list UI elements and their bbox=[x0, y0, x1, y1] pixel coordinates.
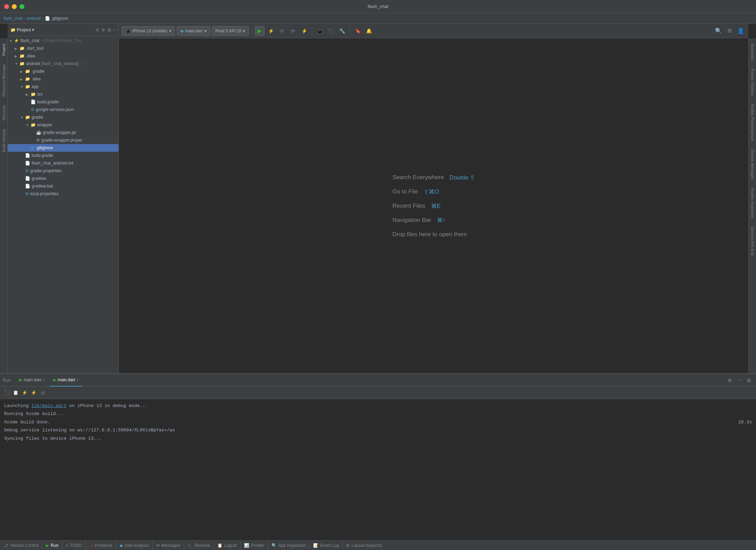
hint-search-label: Search Everywhere bbox=[392, 174, 444, 181]
run-grid-icon[interactable]: ⊞ bbox=[745, 376, 753, 384]
run-panel: Run: ▶ main.dart × ▶ main.dart × ⚙ − ⊞ ⬛ bbox=[0, 373, 756, 540]
close-button[interactable] bbox=[4, 4, 9, 9]
status-problems[interactable]: ⚠ Problems bbox=[86, 541, 116, 550]
status-messages[interactable]: ✉ Messages bbox=[153, 541, 184, 550]
console-link-main-dart[interactable]: lib/main.dart bbox=[31, 403, 66, 408]
sidebar-header-title: 📁 Project ▾ bbox=[10, 27, 34, 32]
tree-item-google-services[interactable]: ⚙ google-services.json bbox=[8, 106, 119, 113]
tree-item-gradle-folder[interactable]: ▼ 📁 gradle bbox=[8, 113, 119, 121]
account-button[interactable]: 👤 bbox=[736, 26, 746, 36]
console-line-3: Xcode build done. 18.3s bbox=[4, 418, 752, 426]
title-bar: flash_chat bbox=[0, 0, 756, 13]
sidebar-icon-horizontal[interactable]: ⚟ bbox=[95, 27, 100, 33]
tree-item-gradle-wrapper-prop[interactable]: ⚙ gradle-wrapper.proper bbox=[8, 136, 119, 144]
run-tab-2-close[interactable]: × bbox=[76, 378, 79, 382]
run-tab-1-close[interactable]: × bbox=[42, 378, 44, 382]
restart-button[interactable]: ⟳ bbox=[288, 26, 298, 36]
status-profiler[interactable]: 📊 Profiler bbox=[241, 541, 268, 550]
tree-item-flash-chat[interactable]: ▼ ⚡ flash_chat ~/Projects/Flutter_Pro bbox=[8, 37, 119, 45]
run-collapse-icon[interactable]: − bbox=[735, 376, 743, 384]
console-icon[interactable]: 📋 bbox=[12, 389, 19, 397]
tree-item-wrapper[interactable]: ▼ 📁 wrapper bbox=[8, 121, 119, 129]
file-tab[interactable]: ◆ main.dart ▾ bbox=[177, 26, 210, 36]
tree-item-idea-android[interactable]: ▶ 📁 .idea bbox=[8, 75, 119, 83]
tree-item-gradle-wrapper-jar[interactable]: ☕ gradle-wrapper.jar bbox=[8, 129, 119, 136]
right-tab-flutter-inspector[interactable]: Flutter Inspector bbox=[750, 184, 755, 223]
status-todo[interactable]: ≡ TODO bbox=[62, 541, 86, 550]
tree-item-build-gradle-app[interactable]: 📄 build.gradle bbox=[8, 98, 119, 106]
status-app-inspection[interactable]: 🔍 App Inspection bbox=[268, 541, 310, 550]
run-button[interactable]: ▶ bbox=[255, 26, 265, 36]
run-filter-icon[interactable]: ◎ bbox=[39, 389, 47, 397]
tree-item-build-gradle-root[interactable]: 📄 build.gradle bbox=[8, 152, 119, 159]
console-line-5: Syncing files to device iPhone 13... bbox=[4, 435, 752, 443]
device-selector[interactable]: 📱 iPhone 13 (mobile) ▾ bbox=[122, 26, 175, 36]
run-tab-main-dart-2[interactable]: ▶ main.dart × bbox=[50, 374, 82, 386]
status-layout-inspector[interactable]: ⊞ Layout Inspector bbox=[343, 541, 386, 550]
hint-recent-files: Recent Files ⌘E bbox=[392, 202, 475, 210]
tree-item-gradlew[interactable]: 📄 gradlew bbox=[8, 175, 119, 182]
sidebar-icon-vertical[interactable]: ⚞ bbox=[101, 27, 106, 33]
left-tab-structure[interactable]: Structure bbox=[1, 101, 7, 125]
status-logcat[interactable]: 📋 Logcat bbox=[214, 541, 241, 550]
tree-item-gitignore[interactable]: ⚙ .gitignore bbox=[8, 144, 119, 152]
run-tabs-bar: Run: ▶ main.dart × ▶ main.dart × ⚙ − ⊞ bbox=[0, 374, 756, 386]
left-tab-project[interactable]: Project bbox=[1, 40, 7, 60]
app-inspection-icon: 🔍 bbox=[271, 543, 277, 548]
status-dart-analysis[interactable]: ◆ Dart Analysis bbox=[116, 541, 153, 550]
git-icon: ⎇ bbox=[3, 543, 8, 548]
tree-item-src[interactable]: ▶ 📁 src bbox=[8, 90, 119, 98]
run-settings-icon[interactable]: ⚙ bbox=[725, 376, 734, 384]
run-lightning-1[interactable]: ⚡ bbox=[21, 389, 29, 397]
dart-analysis-icon: ◆ bbox=[120, 543, 123, 548]
breadcrumb-project[interactable]: flash_chat bbox=[3, 16, 23, 21]
run-lightning-2[interactable]: ⚡ bbox=[30, 389, 38, 397]
tree-item-gradle-properties[interactable]: ⚙ gradle.properties bbox=[8, 167, 119, 175]
left-tab-build-variants[interactable]: Build Variants bbox=[1, 125, 7, 156]
hint-recent-key: ⌘E bbox=[431, 202, 441, 210]
run-tab-main-dart-1[interactable]: ▶ main.dart × bbox=[16, 374, 48, 386]
right-tab-emulator[interactable]: Emulator bbox=[750, 40, 755, 65]
emulator-selector[interactable]: Pixel 5 API 28 ▾ bbox=[212, 26, 249, 36]
right-tab-flutter-outline[interactable]: Flutter Outline bbox=[750, 65, 755, 100]
sidebar-icon-settings[interactable]: ⚙ bbox=[107, 27, 112, 33]
right-tab-device-manager[interactable]: Device Manager bbox=[750, 145, 755, 184]
profile-button[interactable]: ⚡ bbox=[266, 26, 276, 36]
tree-item-flash-chat-iml[interactable]: 📄 flash_chat_android.iml bbox=[8, 159, 119, 167]
tree-item-gradle-dir[interactable]: ▶ 📁 .gradle bbox=[8, 67, 119, 75]
settings-button[interactable]: ⚙ bbox=[725, 26, 734, 36]
status-event-log[interactable]: 📝 Event Log bbox=[310, 541, 343, 550]
stop-button[interactable]: ⬛ bbox=[326, 26, 336, 36]
console-output: Launching lib/main.dart on iPhone 13 in … bbox=[0, 399, 756, 540]
tree-item-local-properties[interactable]: ⚙ local.properties bbox=[8, 190, 119, 198]
tree-item-android[interactable]: ▼ 📁 android [flash_chat_android] — bbox=[8, 60, 119, 67]
minimize-button[interactable] bbox=[12, 4, 17, 9]
left-tab-resource-manager[interactable]: Resource Manager bbox=[1, 60, 7, 101]
maximize-button[interactable] bbox=[19, 4, 24, 9]
status-run[interactable]: ▶ Run bbox=[42, 541, 62, 550]
right-tab-device-file-exp[interactable]: Device File Exp bbox=[750, 223, 755, 260]
search-button[interactable]: 🔍 bbox=[714, 26, 723, 36]
hot-reload-button[interactable]: ↺ bbox=[277, 26, 287, 36]
breadcrumb-android[interactable]: android bbox=[27, 16, 41, 21]
window-controls bbox=[4, 4, 24, 9]
messages-icon: ✉ bbox=[156, 543, 160, 548]
status-version-control[interactable]: ⎇ Version Control bbox=[0, 541, 42, 550]
bookmark-button[interactable]: 🔖 bbox=[353, 26, 363, 36]
tree-item-app[interactable]: ▼ 📁 app bbox=[8, 83, 119, 90]
breadcrumb-sep1: › bbox=[24, 16, 25, 21]
notification-button[interactable]: 🔔 bbox=[364, 26, 374, 36]
editor-hints-container: Search Everywhere Double ⇧ Go to File ⇧⌘… bbox=[392, 174, 475, 238]
lightning-button[interactable]: ⚡ bbox=[299, 26, 309, 36]
terminal-icon: >_ bbox=[188, 543, 193, 548]
right-tab-flutter-performance[interactable]: Flutter Performance bbox=[750, 100, 755, 145]
device-button[interactable]: 📱 bbox=[315, 26, 325, 36]
status-bar: ⎇ Version Control ▶ Run ≡ TODO ⚠ Problem… bbox=[0, 540, 756, 550]
sidebar-icon-close[interactable]: − bbox=[113, 27, 116, 33]
status-terminal[interactable]: >_ Terminal bbox=[184, 541, 214, 550]
coverage-button[interactable]: 🔧 bbox=[337, 26, 347, 36]
tree-item-gradlew-bat[interactable]: 📄 gradlew.bat bbox=[8, 182, 119, 190]
tree-item-idea-root[interactable]: ▶ 📁 .idea bbox=[8, 52, 119, 60]
tree-item-dart-tool[interactable]: ▶ 📁 .dart_tool bbox=[8, 45, 119, 52]
stop-run-button[interactable]: ⬛ bbox=[3, 389, 10, 397]
